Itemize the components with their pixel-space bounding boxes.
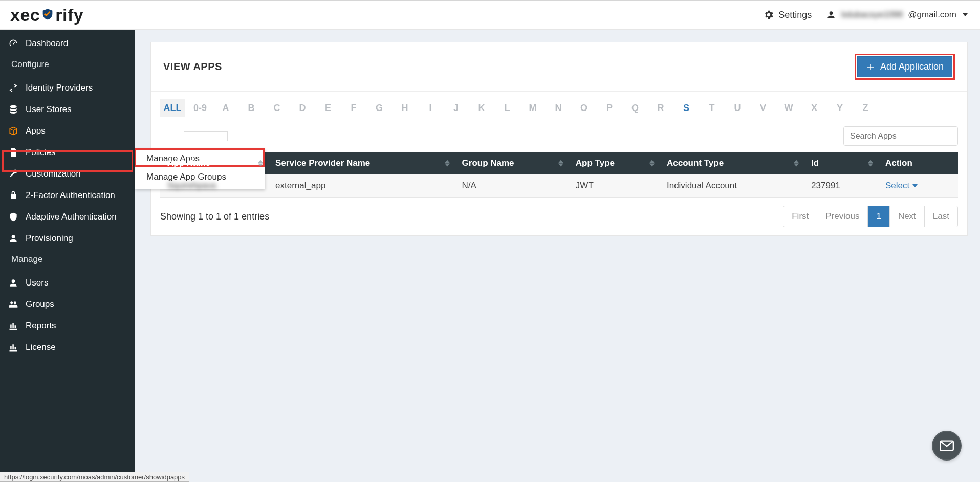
- letter-filter-z[interactable]: Z: [855, 99, 876, 117]
- cell-group: N/A: [455, 174, 569, 198]
- sidebar-item-two-factor[interactable]: 2-Factor Authentication: [0, 185, 135, 206]
- apps-table: App NameService Provider NameGroup NameA…: [160, 152, 958, 198]
- sidebar-item-policies[interactable]: Policies: [0, 142, 135, 163]
- add-application-label: Add Application: [880, 61, 944, 72]
- sidebar-item-label: Reports: [26, 321, 56, 331]
- cell-id: 237991: [804, 174, 878, 198]
- sidebar-item-dashboard[interactable]: Dashboard: [0, 33, 135, 54]
- sidebar-item-label: Provisioning: [26, 233, 73, 244]
- sidebar-item-label: Adaptive Authentication: [26, 212, 117, 222]
- letter-filter-i[interactable]: I: [420, 99, 441, 117]
- letter-filter-l[interactable]: L: [497, 99, 517, 117]
- letter-filter-v[interactable]: V: [753, 99, 773, 117]
- main-content: VIEW APPS Add Application ALL0-9ABCDEFGH…: [135, 30, 980, 472]
- sidebar-item-label: User Stores: [26, 104, 72, 115]
- sort-icon: [794, 160, 799, 167]
- sort-icon: [868, 160, 873, 167]
- letter-filter-o[interactable]: O: [574, 99, 594, 117]
- sidebar: Dashboard Configure Identity Providers U…: [0, 30, 135, 472]
- letter-filter-x[interactable]: X: [804, 99, 824, 117]
- sidebar-item-provisioning[interactable]: Provisioning: [0, 228, 135, 249]
- sidebar-section-manage: Manage: [0, 249, 135, 270]
- sidebar-item-label: Users: [26, 278, 48, 288]
- column-header[interactable]: App Name: [160, 152, 268, 174]
- pager-last[interactable]: Last: [925, 206, 957, 227]
- column-header[interactable]: Service Provider Name: [268, 152, 455, 174]
- row-action-label: Select: [885, 181, 909, 191]
- pager-page-1[interactable]: 1: [868, 206, 889, 227]
- sidebar-item-label: Customization: [26, 169, 81, 179]
- letter-filter-f[interactable]: F: [343, 99, 364, 117]
- sidebar-item-reports[interactable]: Reports: [0, 315, 135, 337]
- row-action-select[interactable]: Select: [885, 181, 918, 191]
- shield-icon: [8, 212, 18, 222]
- letter-filter-m[interactable]: M: [522, 99, 543, 117]
- pager-previous[interactable]: Previous: [817, 206, 868, 227]
- table-length-select[interactable]: [184, 131, 228, 141]
- gear-icon: [763, 9, 774, 20]
- person-icon: [8, 278, 18, 288]
- pager-next[interactable]: Next: [890, 206, 925, 227]
- user-menu[interactable]: bdubacsye1098 @gmail.com: [826, 10, 968, 20]
- column-header[interactable]: Action: [878, 152, 958, 174]
- pager: First Previous 1 Next Last: [783, 206, 958, 227]
- letter-filter-p[interactable]: P: [599, 99, 620, 117]
- column-header[interactable]: Group Name: [455, 152, 569, 174]
- letter-filter-0-9[interactable]: 0-9: [190, 99, 210, 117]
- letter-filter-a[interactable]: A: [215, 99, 236, 117]
- sidebar-item-user-stores[interactable]: User Stores: [0, 99, 135, 120]
- letter-filter-e[interactable]: E: [318, 99, 338, 117]
- sidebar-item-apps[interactable]: Apps: [0, 120, 135, 142]
- table-row: Squirehpava external_app N/A JWT Individ…: [160, 174, 958, 198]
- sidebar-item-label: License: [26, 342, 56, 353]
- letter-filter-y[interactable]: Y: [830, 99, 850, 117]
- table-tools: [151, 123, 967, 152]
- add-application-button[interactable]: Add Application: [857, 56, 952, 77]
- letter-filter-q[interactable]: Q: [625, 99, 645, 117]
- letter-filter-s[interactable]: S: [676, 99, 696, 117]
- column-header[interactable]: App Type: [569, 152, 660, 174]
- letter-filter-g[interactable]: G: [369, 99, 389, 117]
- letter-filter-j[interactable]: J: [446, 99, 466, 117]
- search-input[interactable]: [843, 126, 958, 146]
- app-header: xec rify Settings bdubacsye1098 @gmail.c…: [0, 0, 980, 30]
- sidebar-item-label: Apps: [26, 126, 46, 136]
- settings-label: Settings: [778, 10, 812, 20]
- sort-icon: [258, 160, 263, 167]
- logo: xec rify: [10, 5, 83, 25]
- pager-first[interactable]: First: [783, 206, 817, 227]
- letter-filter-r[interactable]: R: [650, 99, 671, 117]
- sidebar-item-users[interactable]: Users: [0, 272, 135, 294]
- sidebar-item-identity-providers[interactable]: Identity Providers: [0, 77, 135, 99]
- sidebar-divider: [5, 271, 130, 271]
- sidebar-item-adaptive-auth[interactable]: Adaptive Authentication: [0, 206, 135, 228]
- column-header[interactable]: Id: [804, 152, 878, 174]
- lock-icon: [8, 190, 18, 201]
- letter-filter: ALL0-9ABCDEFGHIJKLMNOPQRSTUVWXYZ: [151, 92, 967, 123]
- letter-filter-all[interactable]: ALL: [160, 99, 185, 117]
- cell-account-type: Individual Account: [660, 174, 804, 198]
- sidebar-item-groups[interactable]: Groups: [0, 294, 135, 315]
- support-mail-button[interactable]: [932, 431, 962, 461]
- db-icon: [8, 104, 18, 115]
- letter-filter-k[interactable]: K: [471, 99, 492, 117]
- sidebar-item-license[interactable]: License: [0, 337, 135, 358]
- letter-filter-h[interactable]: H: [395, 99, 415, 117]
- column-header[interactable]: Account Type: [660, 152, 804, 174]
- letter-filter-c[interactable]: C: [267, 99, 287, 117]
- letter-filter-t[interactable]: T: [702, 99, 722, 117]
- entries-info: Showing 1 to 1 of 1 entries: [160, 211, 269, 222]
- letter-filter-d[interactable]: D: [292, 99, 313, 117]
- letter-filter-w[interactable]: W: [778, 99, 799, 117]
- panel-view-apps: VIEW APPS Add Application ALL0-9ABCDEFGH…: [150, 42, 968, 236]
- swap-icon: [8, 83, 18, 93]
- wrench-icon: [8, 169, 18, 179]
- letter-filter-u[interactable]: U: [727, 99, 748, 117]
- sidebar-item-label: Groups: [26, 299, 54, 310]
- sidebar-item-customization[interactable]: Customization: [0, 163, 135, 185]
- user-email-suffix: @gmail.com: [908, 10, 956, 20]
- highlight-add-application-callout: Add Application: [855, 54, 955, 80]
- letter-filter-n[interactable]: N: [548, 99, 569, 117]
- settings-link[interactable]: Settings: [763, 9, 812, 20]
- letter-filter-b[interactable]: B: [241, 99, 262, 117]
